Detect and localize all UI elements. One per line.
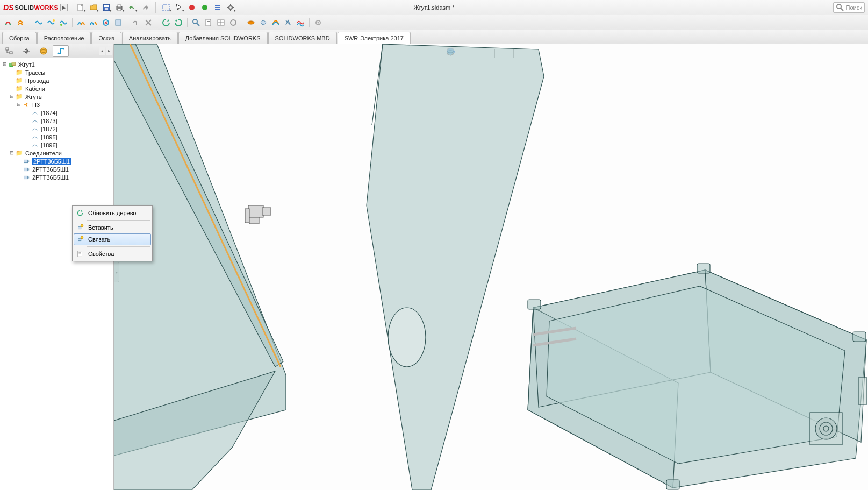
tool-btn-7[interactable] <box>88 17 99 28</box>
print-button[interactable] <box>113 2 125 13</box>
tool-btn-10[interactable] <box>131 17 141 28</box>
tool-btn-1[interactable] <box>3 17 14 28</box>
tree-h3-item[interactable]: [1872] <box>1 125 112 133</box>
separator <box>87 220 150 221</box>
addon-toolbar <box>0 15 868 30</box>
tree-connector-item[interactable]: 2РТТ36Б5Ш1 <box>1 173 112 181</box>
tool-btn-22[interactable] <box>295 17 306 28</box>
tab-swr-electric[interactable]: SWR-Электрика 2017 <box>338 32 411 44</box>
tool-btn-11[interactable] <box>143 17 154 28</box>
svg-line-27 <box>197 23 199 26</box>
cursor-button[interactable] <box>173 2 185 13</box>
svg-rect-102 <box>858 378 867 404</box>
tab-assembly[interactable]: Сборка <box>2 32 37 44</box>
tree-folder-cables[interactable]: 📁Кабели <box>1 84 112 93</box>
tree-connector-item[interactable]: 2РТТ36Б5Ш1 <box>1 165 112 173</box>
svg-line-19 <box>841 8 843 11</box>
fm-tab-electric[interactable] <box>53 45 69 57</box>
svg-rect-95 <box>697 264 710 273</box>
tool-btn-20[interactable] <box>270 17 281 28</box>
separator <box>157 18 157 27</box>
redo-button[interactable] <box>139 2 151 13</box>
harness-icon <box>22 101 31 109</box>
search-box[interactable]: Поиск <box>833 2 865 13</box>
svg-rect-60 <box>78 238 81 240</box>
link-icon <box>75 235 85 244</box>
tree-connector-item[interactable]: 2РТТ36Б5Ш1 <box>1 157 112 165</box>
open-doc-button[interactable] <box>88 2 99 13</box>
tool-btn-9[interactable] <box>113 17 124 28</box>
tool-btn-19[interactable] <box>258 17 269 28</box>
separator <box>187 18 188 27</box>
tool-btn-8[interactable] <box>101 17 111 28</box>
tool-btn-13[interactable] <box>173 17 184 28</box>
fm-tab-tree[interactable] <box>1 45 17 57</box>
tab-mbd[interactable]: SOLIDWORKS MBD <box>268 32 337 44</box>
tab-evaluate[interactable]: Анализировать <box>122 32 178 44</box>
svg-rect-25 <box>116 20 121 25</box>
fm-tab-property[interactable] <box>18 45 34 57</box>
tool-btn-17[interactable] <box>228 17 239 28</box>
svg-point-22 <box>53 19 55 22</box>
fm-nav-prev[interactable]: ◂ <box>99 47 105 55</box>
svg-rect-48 <box>12 62 15 65</box>
separator <box>87 246 150 247</box>
tree-h3-item[interactable]: [1895] <box>1 133 112 141</box>
svg-rect-55 <box>24 176 28 179</box>
route-icon <box>56 47 65 55</box>
tree-folder-connectors[interactable]: ⊟📁Соединители <box>1 149 112 157</box>
tree-root[interactable]: ⊟Жгут1 <box>1 60 112 68</box>
ctx-properties[interactable]: Свойства <box>74 248 151 260</box>
rebuild-green-button[interactable] <box>199 2 211 13</box>
ctx-refresh-tree[interactable]: Обновить дерево <box>74 207 151 219</box>
expand-menu-button[interactable]: ▶ <box>60 4 68 11</box>
svg-point-43 <box>40 48 47 54</box>
tool-btn-18[interactable] <box>246 17 256 28</box>
tree-folder-routes[interactable]: 📁Трассы <box>1 68 112 76</box>
svg-rect-86 <box>249 217 259 224</box>
tree-h3-item[interactable]: [1874] <box>1 109 112 117</box>
tree-h3-item[interactable]: [1873] <box>1 117 112 125</box>
tab-layout[interactable]: Расположение <box>37 32 91 44</box>
svg-point-26 <box>193 19 197 24</box>
tool-btn-14[interactable] <box>191 17 202 28</box>
tool-btn-12[interactable] <box>161 17 171 28</box>
assembly-icon <box>8 61 17 68</box>
tab-addins[interactable]: Добавления SOLIDWORKS <box>178 32 268 44</box>
tool-btn-3[interactable] <box>33 17 44 28</box>
fm-tab-config[interactable] <box>35 45 52 57</box>
tool-btn-4[interactable] <box>46 17 56 28</box>
tool-btn-6[interactable] <box>76 17 87 28</box>
svg-point-99 <box>815 418 837 439</box>
settings-gear-button[interactable] <box>225 2 236 13</box>
undo-button[interactable] <box>126 2 138 13</box>
feature-tree[interactable]: ⊟Жгут1 📁Трассы 📁Провода 📁Кабели ⊟📁Жгуты … <box>0 58 113 490</box>
new-doc-button[interactable] <box>75 2 87 13</box>
tree-h3-item[interactable]: [1896] <box>1 141 112 149</box>
separator <box>155 2 156 13</box>
fm-tab-nav: ◂ ▸ <box>99 47 112 55</box>
title-bar: DS SOLIDWORKS ▶ Жгут1.sldasm * Поиск <box>0 0 868 15</box>
tree-h3[interactable]: ⊟H3 <box>1 101 112 109</box>
graphics-viewport[interactable]: ▸ <box>114 44 868 490</box>
rebuild-red-button[interactable] <box>186 2 198 13</box>
tool-btn-16[interactable] <box>216 17 226 28</box>
svg-rect-10 <box>215 5 220 6</box>
context-menu: Обновить дерево Вставить Связать Свойств… <box>72 205 153 261</box>
tree-folder-wires[interactable]: 📁Провода <box>1 76 112 84</box>
select-button[interactable] <box>160 2 172 13</box>
save-button[interactable] <box>101 2 112 13</box>
options-list-button[interactable] <box>212 2 224 13</box>
tool-btn-5[interactable] <box>58 17 69 28</box>
svg-rect-5 <box>118 5 121 7</box>
ctx-link[interactable]: Связать <box>74 233 151 245</box>
tree-folder-harnesses[interactable]: ⊟📁Жгуты <box>1 93 112 101</box>
ctx-insert[interactable]: Вставить <box>74 222 151 233</box>
svg-point-9 <box>202 5 207 10</box>
fm-nav-next[interactable]: ▸ <box>106 47 112 55</box>
tool-btn-2[interactable] <box>16 17 26 28</box>
tool-btn-15[interactable] <box>203 17 214 28</box>
tool-btn-23[interactable] <box>313 17 324 28</box>
tab-sketch[interactable]: Эскиз <box>91 32 121 44</box>
tool-btn-21[interactable] <box>283 17 293 28</box>
